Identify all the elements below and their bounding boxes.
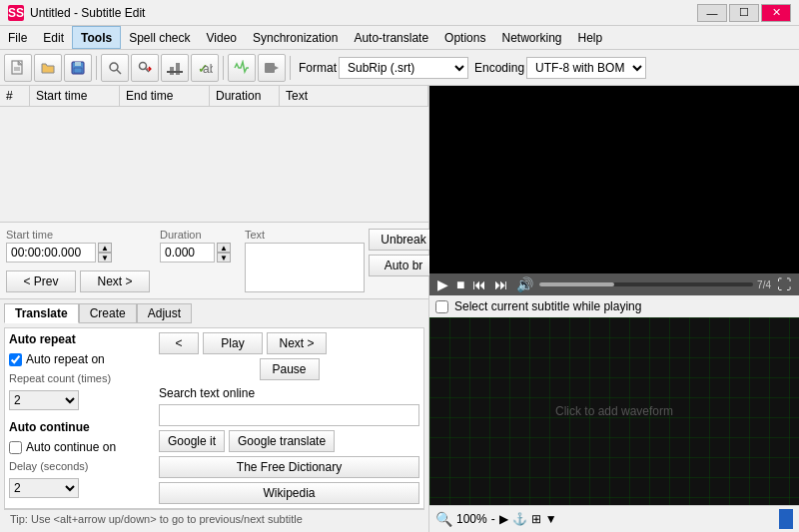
start-time-label: Start time — [6, 229, 150, 241]
menu-networking[interactable]: Networking — [493, 26, 569, 49]
find-button[interactable] — [101, 54, 129, 82]
auto-continue-checkbox[interactable] — [9, 441, 22, 454]
minimize-button[interactable]: — — [697, 4, 727, 22]
google-translate-button[interactable]: Google translate — [229, 430, 335, 452]
window-title: Untitled - Subtitle Edit — [30, 6, 145, 20]
duration-up[interactable]: ▲ — [217, 243, 231, 253]
free-dictionary-button[interactable]: The Free Dictionary — [159, 456, 419, 478]
edit-left: Start time ▲ ▼ < Prev Next > — [6, 229, 150, 292]
subtitle-text-input[interactable] — [245, 243, 365, 292]
waveform-lock[interactable]: ⚓ — [512, 512, 527, 526]
tab-translate[interactable]: Translate — [4, 303, 79, 323]
menu-edit[interactable]: Edit — [35, 26, 72, 49]
video-next-frame[interactable]: ⏭ — [492, 276, 510, 292]
open-button[interactable] — [34, 54, 62, 82]
table-body — [0, 107, 428, 167]
play-waveform-button[interactable]: ▶ — [499, 512, 508, 526]
pause-button[interactable]: Pause — [260, 358, 320, 380]
delay-select[interactable]: 2 — [9, 478, 79, 498]
unbreak-button[interactable]: Unbreak — [369, 229, 438, 251]
auto-continue-check-label: Auto continue on — [26, 440, 116, 454]
menu-auto-translate[interactable]: Auto-translate — [346, 26, 436, 49]
duration-down[interactable]: ▼ — [217, 253, 231, 263]
start-time-up[interactable]: ▲ — [98, 243, 112, 253]
svg-rect-11 — [176, 63, 180, 75]
encoding-label: Encoding — [474, 61, 524, 75]
tab-create[interactable]: Create — [79, 303, 137, 323]
next-play-button[interactable]: Next > — [267, 332, 327, 354]
video-time: 7/4 — [757, 279, 771, 290]
auto-repeat-check-label: Auto repeat on — [26, 352, 105, 366]
google-it-button[interactable]: Google it — [159, 430, 225, 452]
wikipedia-button[interactable]: Wikipedia — [159, 482, 419, 504]
maximize-button[interactable]: ☐ — [729, 4, 759, 22]
separator-3 — [290, 56, 291, 80]
tip-bar: Tip: Use <alt+arrow up/down> to go to pr… — [4, 509, 424, 528]
zoom-out-button[interactable]: - — [491, 512, 495, 526]
main-content: # Start time End time Duration Text Star… — [0, 86, 799, 532]
menu-spell-check[interactable]: Spell check — [121, 26, 198, 49]
waveform-button[interactable] — [228, 54, 256, 82]
right-panel: ▶ ■ ⏮ ⏭ 🔊 7/4 ⛶ Select current subtitle … — [429, 86, 799, 532]
video-volume[interactable]: 🔊 — [514, 276, 535, 292]
auto-repeat-checkbox[interactable] — [9, 353, 22, 366]
select-subtitle-checkbox[interactable] — [435, 300, 448, 313]
video-fullscreen[interactable]: ⛶ — [775, 276, 793, 292]
video-stop-button[interactable]: ■ — [454, 276, 466, 292]
translate-right: < Play Next > Pause Search text online G… — [159, 332, 419, 504]
duration-input[interactable] — [160, 243, 215, 263]
prev-play-button[interactable]: < — [159, 332, 199, 354]
edit-area: Start time ▲ ▼ < Prev Next > Du — [0, 223, 428, 299]
video-play-button[interactable]: ▶ — [435, 276, 450, 292]
svg-point-8 — [140, 62, 147, 69]
edit-duration: Duration ▲ ▼ — [160, 229, 231, 292]
search-text-input[interactable] — [159, 404, 419, 426]
play-button[interactable]: Play — [203, 332, 263, 354]
text-label: Text — [245, 229, 365, 241]
separator-2 — [223, 56, 224, 80]
close-button[interactable]: ✕ — [761, 4, 791, 22]
video-area — [429, 86, 799, 273]
fix-button[interactable] — [161, 54, 189, 82]
progress-fill — [539, 282, 614, 286]
waveform-area[interactable]: Click to add waveform — [429, 317, 799, 505]
format-select[interactable]: SubRip (.srt) — [339, 57, 468, 79]
svg-rect-5 — [74, 68, 82, 73]
next-button[interactable]: Next > — [80, 270, 150, 292]
menu-file[interactable]: File — [0, 26, 35, 49]
svg-rect-12 — [167, 71, 183, 73]
duration-label: Duration — [160, 229, 231, 241]
video-prev-frame[interactable]: ⏮ — [470, 276, 488, 292]
repeat-count-select[interactable]: 2 — [9, 390, 79, 410]
find-replace-button[interactable] — [131, 54, 159, 82]
spell-check-btn[interactable]: ✓ab — [191, 54, 219, 82]
tab-adjust[interactable]: Adjust — [137, 303, 192, 323]
search-label: Search text online — [159, 386, 419, 400]
menu-options[interactable]: Options — [436, 26, 493, 49]
menu-help[interactable]: Help — [570, 26, 611, 49]
menu-tools[interactable]: Tools — [72, 26, 121, 49]
repeat-count-label: Repeat count (times) — [9, 372, 149, 384]
waveform-position-marker[interactable] — [779, 509, 793, 529]
start-time-down[interactable]: ▼ — [98, 253, 112, 263]
encoding-select[interactable]: UTF-8 with BOM — [526, 57, 646, 79]
save-button[interactable] — [64, 54, 92, 82]
menu-synchronization[interactable]: Synchronization — [245, 26, 346, 49]
video-progress[interactable] — [539, 282, 753, 286]
app-icon: SS — [8, 5, 24, 21]
waveform-settings[interactable]: ▼ — [545, 512, 557, 526]
auto-br-button[interactable]: Auto br — [369, 255, 438, 276]
start-time-input[interactable] — [6, 243, 96, 263]
new-button[interactable] — [4, 54, 32, 82]
svg-rect-15 — [265, 63, 275, 73]
prev-button[interactable]: < Prev — [6, 270, 76, 292]
separator-1 — [96, 56, 97, 80]
waveform-add[interactable]: ⊞ — [531, 512, 541, 526]
edit-action-buttons: Unbreak Auto br — [369, 229, 438, 292]
video-button[interactable] — [258, 54, 286, 82]
menu-video[interactable]: Video — [199, 26, 245, 49]
waveform-controls: 🔍 100% - ▶ ⚓ ⊞ ▼ — [429, 505, 799, 532]
delay-label: Delay (seconds) — [9, 460, 149, 472]
auto-continue-label: Auto continue — [9, 420, 149, 434]
subtitle-table: # Start time End time Duration Text — [0, 86, 428, 223]
